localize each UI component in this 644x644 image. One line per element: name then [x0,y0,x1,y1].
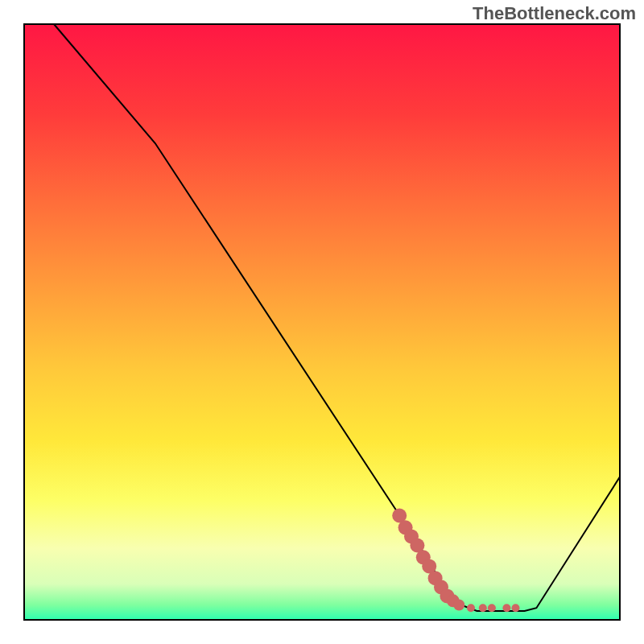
highlight-marker [512,604,520,612]
highlight-marker [453,600,464,611]
highlight-marker [502,604,510,612]
chart-container: TheBottleneck.com [0,0,644,644]
plot-background [24,24,620,620]
watermark-text: TheBottleneck.com [473,3,636,24]
highlight-marker [488,604,496,612]
highlight-marker [467,604,475,612]
chart-svg [0,0,644,644]
highlight-marker [479,604,487,612]
